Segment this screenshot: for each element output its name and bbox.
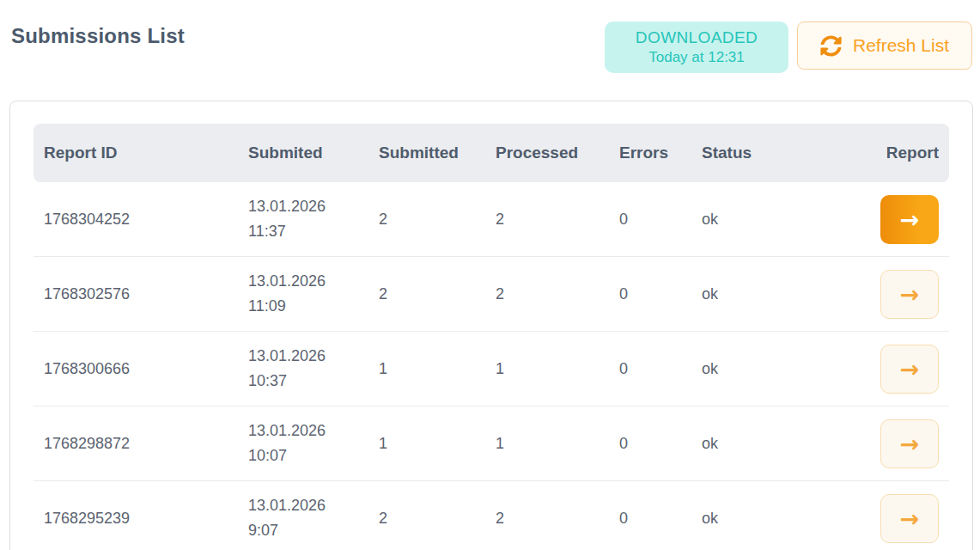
- submited-date: 13.01.2026: [248, 419, 358, 443]
- open-report-button[interactable]: →: [880, 345, 939, 394]
- downloaded-badge-timestamp: Today at 12:31: [648, 49, 745, 66]
- errors-count-cell: 0: [609, 182, 691, 257]
- column-header-submited: Submited: [238, 124, 368, 182]
- arrow-right-icon: →: [900, 206, 920, 233]
- report-cell: →: [822, 257, 949, 332]
- submitted-count-cell: 1: [368, 406, 485, 481]
- table-header: Report IDSubmitedSubmittedProcessedError…: [33, 124, 949, 182]
- report-cell: →: [822, 182, 949, 257]
- column-header-errors: Errors: [609, 124, 691, 182]
- submited-date: 13.01.2026: [248, 493, 358, 518]
- arrow-right-icon: →: [900, 505, 920, 532]
- submitted-count-cell: 2: [368, 257, 485, 332]
- submitted-count-cell: 1: [368, 332, 485, 406]
- submited-time: 10:37: [248, 369, 358, 394]
- submited-time: 11:37: [248, 219, 358, 244]
- column-header-submitted: Submitted: [368, 124, 485, 182]
- report-id-cell: 1768295239: [33, 481, 238, 550]
- top-controls: DOWNLOADED Today at 12:31 Refresh List: [605, 21, 972, 73]
- report-id-cell: 1768304252: [33, 182, 238, 257]
- status-cell: ok: [691, 182, 822, 257]
- table-row: 1768298872 13.01.2026 10:07 1 1 0 ok →: [33, 406, 949, 481]
- submited-cell: 13.01.2026 9:07: [238, 481, 368, 550]
- submissions-table: Report IDSubmitedSubmittedProcessedError…: [33, 124, 949, 550]
- submited-time: 9:07: [248, 518, 358, 543]
- page-title: Submissions List: [11, 24, 185, 48]
- status-cell: ok: [691, 481, 822, 550]
- submitted-count-cell: 2: [368, 182, 485, 257]
- open-report-button[interactable]: →: [880, 419, 939, 468]
- refresh-list-button-label: Refresh List: [853, 35, 949, 56]
- table-body: 1768304252 13.01.2026 11:37 2 2 0 ok → 1…: [33, 182, 949, 550]
- report-id-cell: 1768298872: [33, 406, 238, 481]
- table-row: 1768295239 13.01.2026 9:07 2 2 0 ok →: [33, 481, 949, 550]
- table-row: 1768300666 13.01.2026 10:37 1 1 0 ok →: [33, 332, 949, 406]
- table-row: 1768304252 13.01.2026 11:37 2 2 0 ok →: [33, 182, 949, 257]
- processed-count-cell: 1: [485, 332, 609, 406]
- submited-time: 10:07: [248, 443, 358, 468]
- errors-count-cell: 0: [609, 481, 691, 550]
- column-header-report_id: Report ID: [33, 124, 238, 182]
- status-cell: ok: [691, 257, 822, 332]
- submited-date: 13.01.2026: [248, 269, 358, 294]
- submited-cell: 13.01.2026 10:37: [238, 332, 368, 406]
- refresh-list-button[interactable]: Refresh List: [797, 21, 972, 70]
- submited-time: 11:09: [248, 294, 358, 319]
- downloaded-status-badge: DOWNLOADED Today at 12:31: [605, 21, 788, 73]
- submited-cell: 13.01.2026 11:09: [238, 257, 368, 332]
- submited-date: 13.01.2026: [248, 344, 358, 369]
- open-report-button[interactable]: →: [880, 195, 939, 244]
- processed-count-cell: 2: [485, 182, 609, 257]
- table-row: 1768302576 13.01.2026 11:09 2 2 0 ok →: [33, 257, 949, 332]
- report-cell: →: [822, 332, 949, 406]
- table-header-row: Report IDSubmitedSubmittedProcessedError…: [33, 124, 949, 182]
- column-header-status: Status: [691, 124, 822, 182]
- report-id-cell: 1768302576: [33, 257, 238, 332]
- status-cell: ok: [691, 406, 822, 481]
- processed-count-cell: 1: [485, 406, 609, 481]
- status-cell: ok: [691, 332, 822, 406]
- open-report-button[interactable]: →: [880, 494, 939, 543]
- submited-cell: 13.01.2026 10:07: [238, 406, 368, 481]
- arrow-right-icon: →: [900, 281, 920, 308]
- arrow-right-icon: →: [900, 356, 920, 382]
- processed-count-cell: 2: [485, 481, 609, 550]
- arrow-right-icon: →: [900, 431, 920, 457]
- refresh-icon: [820, 35, 842, 57]
- errors-count-cell: 0: [609, 332, 691, 406]
- column-header-report: Report: [822, 124, 949, 182]
- processed-count-cell: 2: [485, 257, 609, 332]
- submited-cell: 13.01.2026 11:37: [238, 182, 368, 257]
- errors-count-cell: 0: [609, 406, 691, 481]
- submitted-count-cell: 2: [368, 481, 485, 550]
- errors-count-cell: 0: [609, 257, 691, 332]
- report-id-cell: 1768300666: [33, 332, 238, 406]
- downloaded-badge-label: DOWNLOADED: [636, 28, 758, 47]
- open-report-button[interactable]: →: [880, 270, 939, 319]
- report-cell: →: [822, 481, 949, 550]
- column-header-processed: Processed: [485, 124, 609, 182]
- submissions-card: Report IDSubmitedSubmittedProcessedError…: [9, 101, 973, 550]
- report-cell: →: [822, 406, 949, 481]
- submited-date: 13.01.2026: [248, 194, 358, 219]
- top-bar: Submissions List DOWNLOADED Today at 12:…: [0, 0, 980, 73]
